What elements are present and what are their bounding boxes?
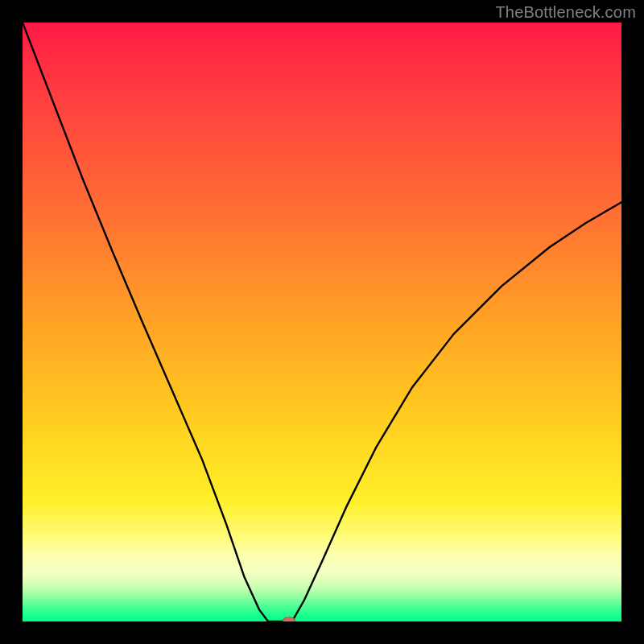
gradient-background bbox=[23, 23, 621, 621]
chart-frame: TheBottleneck.com bbox=[0, 0, 644, 644]
plot-area bbox=[23, 23, 621, 621]
watermark-text: TheBottleneck.com bbox=[495, 3, 636, 22]
minimum-marker bbox=[283, 617, 295, 622]
